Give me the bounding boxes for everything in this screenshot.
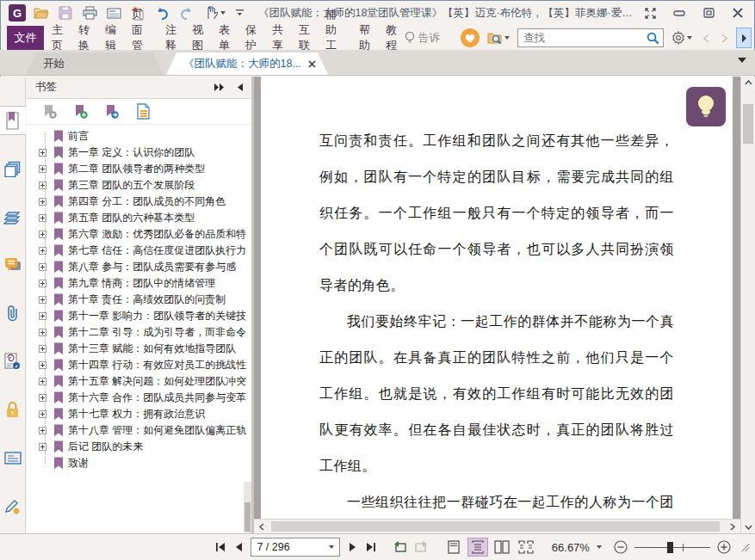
menu-item[interactable]: 帮助 [351, 26, 378, 50]
assistant-lightbulb-button[interactable] [686, 87, 726, 126]
scroll-left-icon[interactable] [700, 28, 712, 47]
expand-toggle-icon[interactable] [35, 440, 49, 454]
arrange-icon[interactable] [641, 3, 659, 22]
next-page-button[interactable] [345, 538, 359, 556]
bookmark-item[interactable]: 第三章 团队的五个发展阶段 [35, 177, 251, 194]
search-input[interactable] [523, 32, 647, 44]
minimize-icon[interactable] [671, 3, 688, 22]
close-icon[interactable] [729, 3, 746, 22]
menu-item[interactable]: 教程 [378, 26, 405, 50]
undo-icon[interactable] [152, 3, 172, 22]
expand-panel-icon[interactable] [214, 83, 225, 91]
expand-bookmarks-icon[interactable] [133, 102, 152, 121]
menu-item[interactable]: 保护 [238, 26, 264, 50]
layers-icon[interactable] [0, 202, 26, 231]
hand-tool-icon[interactable] [200, 3, 229, 22]
expand-toggle-icon[interactable] [35, 195, 49, 209]
bookmark-item[interactable]: 前言 [35, 128, 251, 145]
favorite-heart-icon[interactable] [461, 28, 480, 47]
bookmark-item[interactable]: 第十四章 行动：有效应对员工的挑战性 [35, 357, 251, 373]
locate-bookmark-icon[interactable] [102, 102, 121, 121]
menu-item[interactable]: 页面管理 [124, 26, 158, 50]
horizontal-scrollbar[interactable] [254, 519, 740, 533]
bookmark-item[interactable]: 第四章 分工：团队成员的不同角色 [35, 194, 251, 210]
attachments-icon[interactable] [0, 298, 26, 328]
scroll-right-icon[interactable] [718, 28, 730, 47]
expand-toggle-icon[interactable] [35, 261, 49, 274]
expand-toggle-icon[interactable] [35, 342, 49, 356]
foxit-logo[interactable]: G [7, 3, 28, 22]
expand-toggle-icon[interactable] [35, 179, 49, 193]
menu-item[interactable]: 共享 [264, 26, 291, 50]
expand-toggle-icon[interactable] [35, 408, 49, 422]
expand-toggle-icon[interactable] [35, 359, 49, 372]
bookmark-item[interactable]: 第五章 团队的六种基本类型 [35, 210, 251, 226]
last-page-button[interactable] [364, 538, 378, 556]
menu-item[interactable]: 互联 [291, 26, 318, 50]
security-icon[interactable] [0, 395, 26, 424]
bookmark-item[interactable]: 第十一章 影响力：团队领导者的关键技 [35, 308, 251, 324]
scroll-down-icon[interactable] [745, 525, 752, 530]
redo-icon[interactable] [176, 3, 196, 22]
bookmark-item[interactable]: 第十章 责任：高绩效团队的问责制 [35, 292, 251, 308]
gear-icon[interactable] [670, 28, 694, 47]
vertical-scroll-thumb[interactable] [743, 104, 753, 144]
zoom-out-button[interactable] [614, 538, 628, 556]
menu-item[interactable]: 视图 [184, 26, 211, 50]
previous-view-button[interactable] [392, 538, 409, 556]
tab-list-dropdown-icon[interactable] [738, 58, 746, 63]
menu-item[interactable]: 表单 [211, 26, 238, 50]
bookmark-item[interactable]: 第七章 信任：高信任度促进团队执行力 [35, 243, 251, 259]
expand-toolbar-button[interactable] [736, 28, 752, 48]
continuous-view-icon[interactable] [467, 538, 488, 557]
expand-toggle-icon[interactable] [35, 277, 49, 291]
resize-grip[interactable] [741, 542, 750, 553]
menu-file[interactable]: 文件 [7, 26, 44, 50]
first-page-button[interactable] [214, 538, 227, 556]
menu-item[interactable]: 编辑 [97, 26, 124, 50]
delete-bookmark-icon[interactable] [40, 102, 59, 121]
page-thumbnails-icon[interactable] [0, 154, 26, 183]
collapse-panel-icon[interactable] [237, 83, 243, 91]
expand-toggle-icon[interactable] [35, 424, 49, 438]
bookmark-item[interactable]: 第十八章 管理：如何避免团队偏离正轨 [35, 422, 251, 439]
tab-close-icon[interactable] [308, 60, 316, 68]
single-page-view-icon[interactable] [443, 538, 464, 557]
bookmark-item[interactable]: 第九章 情商：团队中的情绪管理 [35, 275, 251, 292]
expand-toggle-icon[interactable] [35, 130, 49, 144]
bookmark-item[interactable]: 第十五章 解决问题：如何处理团队冲突 [35, 373, 251, 390]
facing-view-icon[interactable] [492, 538, 512, 557]
expand-toggle-icon[interactable] [35, 146, 49, 160]
expand-toggle-icon[interactable] [35, 212, 49, 225]
expand-toggle-icon[interactable] [35, 293, 49, 307]
page-dropdown-icon[interactable] [329, 545, 334, 549]
horizontal-scroll-thumb[interactable] [271, 521, 720, 532]
sign-icon[interactable] [0, 491, 26, 520]
comments-icon[interactable] [0, 250, 26, 280]
expand-toggle-icon[interactable] [35, 244, 49, 258]
customize-toolbar-icon[interactable] [232, 3, 246, 22]
digital-signatures-icon[interactable] [0, 347, 26, 376]
sidebar-scrollbar[interactable] [244, 482, 251, 533]
bookmark-item[interactable]: 第十六章 合作：团队成员共同参与变革 [35, 390, 251, 406]
form-fields-icon[interactable] [0, 443, 26, 472]
next-view-button[interactable] [412, 538, 430, 556]
expand-toggle-icon[interactable] [35, 457, 49, 471]
scroll-right-icon[interactable] [725, 523, 740, 531]
open-icon[interactable] [31, 3, 52, 22]
bookmark-item[interactable]: 第一章 定义：认识你的团队 [35, 145, 251, 161]
menu-item[interactable]: 主页 [44, 26, 71, 50]
menu-item[interactable]: 转换 [71, 26, 97, 50]
bookmark-item[interactable]: 第二章 团队领导者的两种类型 [35, 161, 251, 177]
vertical-scrollbar[interactable] [740, 77, 755, 533]
folder-search-icon[interactable] [486, 28, 511, 47]
scroll-up-icon[interactable] [745, 80, 752, 85]
expand-toggle-icon[interactable] [35, 228, 49, 242]
restore-icon[interactable] [700, 3, 717, 22]
search-icon[interactable] [647, 32, 659, 45]
tab-document[interactable]: 《团队赋能：大师的18... [166, 52, 328, 75]
zoom-in-button[interactable] [717, 538, 731, 556]
expand-toggle-icon[interactable] [35, 326, 49, 340]
email-icon[interactable] [103, 3, 124, 22]
save-icon[interactable] [55, 3, 76, 22]
